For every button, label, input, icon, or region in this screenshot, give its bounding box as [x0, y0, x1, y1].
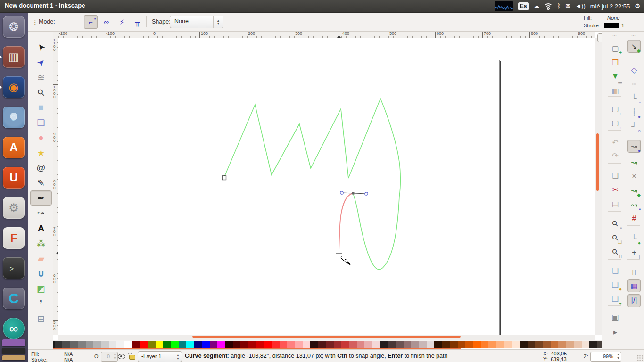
dash-home-launcher[interactable]: ❂ [3, 16, 25, 38]
ellipse-tool[interactable]: ● [30, 130, 52, 145]
palette-swatch-42[interactable] [364, 341, 372, 348]
palette-swatch-60[interactable] [504, 341, 512, 348]
palette-swatch-68[interactable] [566, 341, 574, 348]
palette-swatch-55[interactable] [465, 341, 473, 348]
paste-button[interactable]: ▤ [609, 197, 622, 210]
palette-swatch-28[interactable] [256, 341, 264, 348]
palette-swatch-54[interactable] [458, 341, 465, 348]
palette-swatch-41[interactable] [357, 341, 364, 348]
shape-dropdown-spinner[interactable]: ▲▼ [213, 16, 223, 28]
node-tool[interactable]: ➤ [30, 55, 52, 70]
session-gear-icon[interactable]: ⚙ [635, 0, 640, 12]
stacked-app-tablet[interactable] [2, 355, 25, 360]
palette-swatch-39[interactable] [341, 341, 349, 348]
pencil-tool[interactable]: ✎ [30, 175, 52, 190]
toolbar-grip[interactable]: ⋮ [32, 18, 38, 25]
palette-swatch-31[interactable] [280, 341, 287, 348]
layer-unlock-button[interactable]: ❏● [609, 292, 622, 305]
undo-button[interactable]: ↶ [609, 136, 622, 149]
bluetooth-icon[interactable]: ᛒ [557, 0, 561, 12]
palette-swatch-64[interactable] [535, 341, 543, 348]
palette-swatch-56[interactable] [473, 341, 481, 348]
palette-swatch-3[interactable] [62, 341, 70, 348]
commands-overflow-arrow[interactable]: ▸ [609, 325, 622, 338]
spray-tool[interactable]: ⁂ [30, 236, 52, 251]
snap-bbox-edges-button[interactable]: ┄ [627, 77, 641, 90]
palette-swatch-27[interactable] [248, 341, 256, 348]
print-button[interactable]: ▥ [609, 84, 622, 97]
palette-swatch-51[interactable] [434, 341, 442, 348]
opacity-spinbox[interactable]: 0 ▲▼ [101, 352, 118, 362]
copy-button[interactable]: ❏ [609, 169, 622, 182]
palette-swatch-23[interactable] [217, 341, 225, 348]
palette-swatch-16[interactable] [163, 341, 171, 348]
bucket-tool[interactable]: ∪ [30, 266, 52, 281]
zoom-drawing-button[interactable]: ⚲❏ [609, 231, 622, 244]
tweak-tool[interactable]: ≋ [30, 70, 52, 85]
wifi-icon[interactable] [545, 3, 553, 9]
canvas[interactable] [58, 38, 595, 335]
horizontal-scrollbar[interactable] [58, 335, 595, 340]
palette-swatch-11[interactable] [124, 341, 132, 348]
palette-swatch-5[interactable] [78, 341, 85, 348]
layer-lock-icon[interactable] [129, 355, 135, 360]
freecad-launcher[interactable]: F [3, 227, 25, 249]
stacked-app-inkscape[interactable] [2, 348, 25, 354]
arduino-launcher[interactable]: ∞ [3, 318, 25, 339]
open-document-button[interactable]: ❐ [609, 56, 622, 69]
save-document-button[interactable]: ▼▂ [609, 70, 622, 83]
export-button[interactable]: ▢→ [609, 116, 622, 129]
palette-swatch-22[interactable] [210, 341, 217, 348]
palette-swatch-45[interactable] [388, 341, 396, 348]
calligraphy-tool[interactable]: ✑ [30, 206, 52, 221]
snap-object-centers-button[interactable]: └● [627, 232, 641, 245]
palette-swatch-70[interactable] [582, 341, 589, 348]
palette-swatch-49[interactable] [419, 341, 426, 348]
zoom-tool[interactable]: ⚲ [30, 85, 52, 100]
palette-swatch-66[interactable] [551, 341, 558, 348]
palette-swatch-47[interactable] [404, 341, 411, 348]
drawn-path[interactable] [224, 99, 400, 270]
snap-page-border-button[interactable]: ▯ [627, 265, 641, 278]
palette-swatch-10[interactable] [116, 341, 124, 348]
palette-swatch-36[interactable] [318, 341, 326, 348]
mode-spiro-button[interactable]: ∾ [99, 15, 113, 29]
palette-swatch-8[interactable] [101, 341, 109, 348]
mode-paraxial-button[interactable]: ╥ [131, 15, 144, 29]
palette-swatch-43[interactable] [372, 341, 380, 348]
palette-swatch-71[interactable] [589, 341, 597, 348]
palette-swatch-58[interactable] [488, 341, 496, 348]
palette-swatch-20[interactable] [194, 341, 202, 348]
layer-visibility-icon[interactable] [118, 354, 125, 359]
opacity-spinner-arrows[interactable]: ▲▼ [113, 353, 116, 360]
new-document-button[interactable]: ▢+ [609, 41, 622, 55]
eraser-tool[interactable]: ▰ [30, 251, 52, 266]
palette-swatch-65[interactable] [543, 341, 550, 348]
snap-bbox-centers-button[interactable]: ┘○ [627, 120, 641, 133]
palette-swatch-26[interactable] [240, 341, 248, 348]
system-settings-launcher[interactable]: ⚙ [3, 197, 25, 219]
spiral-tool[interactable]: @ [30, 160, 52, 175]
palette-swatch-37[interactable] [326, 341, 333, 348]
snap-paths-button[interactable]: ↝ [627, 156, 641, 169]
palette-swatch-7[interactable] [93, 341, 101, 348]
snap-smooth-nodes-button[interactable]: ↝▪ [627, 198, 641, 211]
c-app-launcher[interactable]: C [3, 288, 25, 309]
palette-swatch-67[interactable] [558, 341, 566, 348]
palette-swatch-48[interactable] [411, 341, 419, 348]
control-handle-start[interactable] [340, 191, 343, 194]
palette-swatch-6[interactable] [86, 341, 93, 348]
snap-toggle-button[interactable]: ↘◆ [627, 40, 641, 53]
layer-lock-button[interactable]: ❏● [609, 278, 622, 291]
palette-swatch-32[interactable] [287, 341, 295, 348]
snap-midpoints-button[interactable]: # [627, 212, 641, 225]
palette-swatch-44[interactable] [380, 341, 388, 348]
bezier-tool[interactable]: ✒ [30, 190, 52, 206]
selection-handles-button[interactable]: ▣ [609, 310, 622, 323]
dropper-tool[interactable]: ❜ [30, 296, 52, 311]
volume-icon[interactable]: ◄)) [575, 0, 586, 12]
snap-guides-button[interactable]: |/| [627, 294, 641, 307]
control-handle-end[interactable] [365, 192, 368, 195]
firefox-launcher[interactable]: ◉ [3, 76, 25, 98]
path-start-node[interactable] [222, 176, 226, 180]
